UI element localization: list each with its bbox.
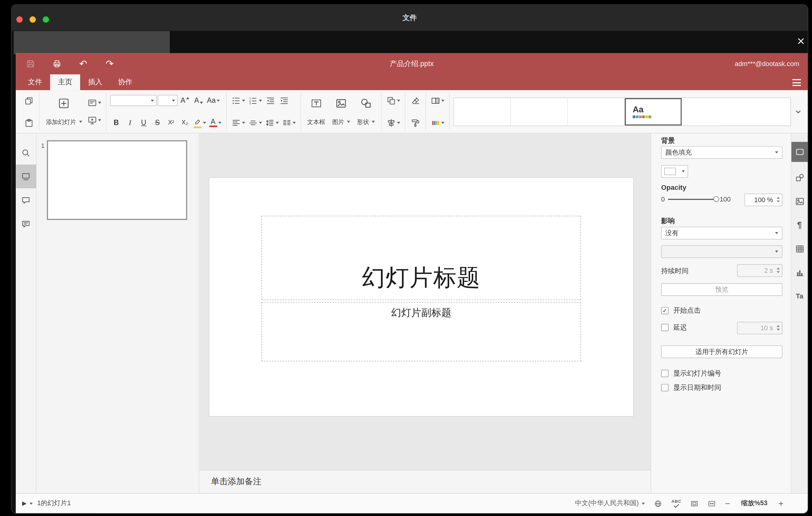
transition-effect-select[interactable]: 没有 — [661, 227, 782, 239]
textart-settings-button[interactable]: Ta — [791, 284, 808, 308]
slide-size-button[interactable] — [430, 94, 445, 107]
decrease-font-button[interactable]: A — [192, 94, 205, 107]
checkbox-unchecked[interactable] — [661, 370, 669, 377]
paste-button[interactable] — [23, 116, 35, 129]
zoom-in-button[interactable]: + — [779, 499, 784, 508]
slider-knob[interactable] — [713, 196, 719, 202]
table-settings-button[interactable] — [791, 237, 808, 260]
insert-textbox-button[interactable]: 文本框 — [304, 95, 328, 128]
clear-style-button[interactable] — [409, 94, 422, 107]
insert-image-button[interactable]: 图片 — [329, 95, 353, 128]
transition-type-select[interactable] — [661, 245, 782, 258]
underline-button[interactable]: U — [137, 116, 150, 129]
change-case-button[interactable]: Aa — [206, 94, 221, 107]
mac-close-button[interactable] — [16, 16, 23, 23]
increase-indent-button[interactable] — [278, 94, 290, 107]
font-size-select[interactable] — [157, 95, 177, 106]
fit-width-button[interactable] — [708, 499, 716, 508]
line-spacing-button[interactable] — [264, 116, 280, 129]
slide-layout-button[interactable] — [86, 96, 102, 110]
italic-button[interactable]: I — [124, 116, 136, 129]
theme-tile-blank-4[interactable] — [682, 98, 721, 125]
numbering-icon: 1 2 3 — [248, 96, 258, 105]
tab-collaboration[interactable]: 协作 — [110, 75, 140, 90]
slide-subtitle-placeholder[interactable]: 幻灯片副标题 — [262, 302, 581, 361]
font-color-button[interactable]: A — [208, 116, 222, 129]
copy-style-button[interactable] — [409, 116, 422, 129]
theme-tile-blank-3[interactable] — [568, 98, 625, 125]
theme-tile-blank-2[interactable] — [511, 98, 568, 125]
start-slideshow-status-button[interactable]: ▶ — [22, 500, 33, 507]
numbering-button[interactable]: 1 2 3 — [247, 94, 263, 107]
checkbox-unchecked[interactable] — [661, 324, 669, 331]
opacity-value-input[interactable]: 100 % — [745, 194, 782, 206]
zoom-out-button[interactable]: − — [725, 499, 730, 508]
redo-button[interactable]: ↷ — [104, 58, 116, 70]
highlight-color-button[interactable] — [192, 116, 207, 129]
shape-settings-icon — [795, 173, 804, 182]
background-color-select[interactable] — [661, 165, 688, 178]
delay-row[interactable]: 延迟 — [661, 323, 687, 332]
checkbox-checked[interactable]: ✓ — [661, 307, 669, 314]
document-language-button[interactable] — [654, 499, 662, 508]
add-slide-button[interactable]: 添加幻灯片 — [43, 95, 85, 128]
slide-title-placeholder[interactable]: 幻灯片标题 — [262, 216, 581, 300]
show-slide-number-row[interactable]: 显示幻灯片编号 — [661, 369, 721, 377]
subscript-button[interactable]: X₂ — [178, 116, 191, 129]
chart-settings-button[interactable] — [791, 260, 808, 284]
opacity-slider[interactable] — [668, 196, 716, 203]
increase-font-button[interactable]: A — [178, 94, 191, 107]
slide-thumbnail[interactable] — [47, 140, 187, 220]
columns-button[interactable] — [281, 116, 296, 129]
bullets-button[interactable] — [230, 94, 246, 107]
background-fill-select[interactable]: 颜色填充 — [661, 146, 782, 159]
slide-settings-button[interactable] — [791, 142, 808, 162]
copy-button[interactable] — [23, 94, 35, 107]
tab-insert[interactable]: 插入 — [80, 75, 110, 90]
horizontal-align-button[interactable] — [230, 116, 246, 129]
spellcheck-button[interactable]: ABC — [671, 499, 681, 508]
print-button[interactable] — [51, 58, 63, 70]
theme-tile-blank-1[interactable] — [454, 98, 511, 125]
superscript-button[interactable]: X² — [165, 116, 177, 129]
align-shapes-button[interactable] — [385, 116, 401, 129]
duration-input[interactable]: 2 s — [737, 264, 782, 277]
bold-button[interactable]: B — [110, 116, 122, 129]
undo-button[interactable]: ↶ — [78, 58, 89, 70]
close-icon[interactable]: ✕ — [796, 36, 805, 46]
apply-to-all-button[interactable]: 适用于所有幻灯片 — [661, 345, 782, 358]
delay-input[interactable]: 10 s — [737, 322, 782, 334]
slides-panel-button[interactable] — [16, 165, 36, 188]
save-button[interactable] — [25, 58, 36, 70]
decrease-indent-button[interactable] — [264, 94, 277, 107]
search-button[interactable] — [16, 141, 36, 165]
theme-gallery-expand-button[interactable] — [793, 97, 803, 125]
start-on-click-row[interactable]: ✓ 开始点击 — [661, 307, 701, 315]
feedback-button[interactable] — [16, 212, 36, 236]
tab-home[interactable]: 主页 — [50, 75, 80, 90]
start-slideshow-button[interactable] — [86, 114, 102, 127]
comments-button[interactable] — [16, 188, 36, 212]
arrange-shapes-button[interactable] — [385, 94, 401, 107]
theme-tile-selected[interactable]: Aa — [625, 98, 682, 125]
paragraph-settings-button[interactable]: ¶ — [791, 213, 808, 237]
color-scheme-button[interactable] — [430, 116, 445, 129]
mac-minimize-button[interactable] — [30, 16, 36, 23]
language-select[interactable]: 中文(中华人民共和国) — [575, 499, 645, 508]
slide[interactable]: 幻灯片标题 幻灯片副标题 — [209, 177, 634, 417]
spinner-arrows-icon[interactable] — [777, 197, 780, 202]
image-settings-button[interactable] — [791, 190, 808, 213]
font-name-select[interactable] — [110, 95, 156, 106]
fit-slide-button[interactable] — [691, 499, 699, 508]
vertical-align-button[interactable] — [247, 116, 263, 129]
checkbox-unchecked[interactable] — [661, 384, 669, 391]
insert-shape-button[interactable]: 形状 — [354, 95, 377, 128]
strikethrough-button[interactable]: S — [151, 116, 164, 129]
show-date-time-row[interactable]: 显示日期和时间 — [661, 383, 721, 392]
shape-settings-button[interactable] — [791, 166, 808, 190]
menu-icon[interactable] — [792, 79, 801, 86]
preview-button[interactable]: 预览 — [661, 283, 782, 296]
mac-zoom-button[interactable] — [42, 16, 49, 23]
notes-area[interactable]: 单击添加备注 — [199, 470, 651, 493]
tab-file[interactable]: 文件 — [20, 75, 50, 90]
